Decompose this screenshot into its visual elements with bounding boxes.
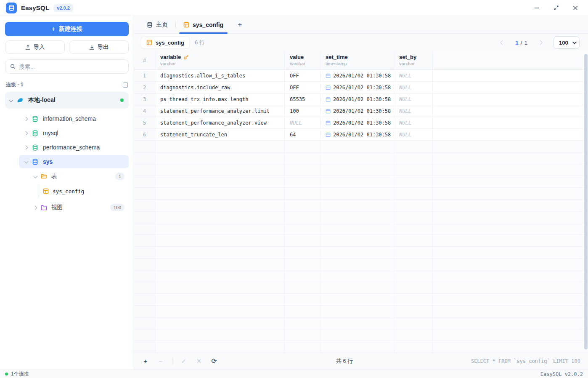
add-tab-button[interactable]: +: [233, 19, 246, 31]
cell-variable[interactable]: diagnostics.include_raw: [155, 82, 285, 93]
cell-set-by[interactable]: NULL: [394, 82, 433, 93]
plus-icon: +: [238, 21, 242, 29]
chevron-down-icon: [572, 40, 577, 44]
search-input[interactable]: [19, 64, 124, 70]
page-size-select[interactable]: 100: [554, 36, 580, 49]
refresh-button[interactable]: ⟳: [210, 357, 218, 365]
previous-page-button[interactable]: [501, 40, 505, 45]
gutter-header: #: [134, 51, 155, 69]
cell-set-by[interactable]: NULL: [394, 129, 433, 141]
cell-variable[interactable]: diagnostics.allow_i_s_tables: [155, 70, 285, 82]
sidebar-item-views-group[interactable]: 视图 100: [29, 200, 129, 215]
tab-sys-config-label: sys_config: [193, 21, 223, 28]
row-number[interactable]: 2: [134, 82, 155, 93]
delete-row-button[interactable]: −: [157, 357, 164, 365]
chevron-down-icon: [9, 98, 13, 102]
cell-set-by[interactable]: NULL: [394, 105, 433, 117]
plus-icon: +: [51, 25, 55, 33]
database-icon: [32, 144, 38, 151]
search-box[interactable]: [5, 59, 129, 74]
collapse-all-button[interactable]: [123, 83, 128, 88]
column-name: set_time: [326, 54, 348, 60]
cell-set-time[interactable]: 2026/01/02 01:30:58: [320, 105, 394, 117]
cell-set-time[interactable]: 2026/01/02 01:30:58: [320, 70, 394, 82]
chevron-down-icon: [33, 174, 37, 178]
app-title: EasySQL: [21, 4, 49, 11]
row-count-label: 6 行: [195, 39, 205, 46]
connections-count-label: 连接 · 1: [6, 81, 23, 88]
cell-variable[interactable]: ps_thread_trx_info.max_length: [155, 93, 285, 105]
database-label: sys: [43, 158, 53, 165]
row-number[interactable]: 3: [134, 93, 155, 105]
empty-row: [134, 329, 588, 341]
maximize-button[interactable]: [553, 5, 559, 11]
cell-variable[interactable]: statement_performance_analyzer.limit: [155, 105, 285, 117]
table-chip-label: sys_config: [156, 40, 184, 46]
cell-filler: [433, 70, 588, 82]
empty-row: [134, 164, 588, 176]
tab-sys-config[interactable]: sys_config: [177, 16, 229, 34]
cell-value[interactable]: NULL: [285, 117, 320, 129]
cell-set-by[interactable]: NULL: [394, 93, 433, 105]
cell-variable[interactable]: statement_performance_analyzer.view: [155, 117, 285, 129]
cell-value[interactable]: 100: [285, 105, 320, 117]
database-icon: [8, 5, 15, 11]
table-body: 1diagnostics.allow_i_s_tablesOFF2026/01/…: [134, 70, 588, 141]
next-page-button[interactable]: [538, 40, 542, 45]
column-header-value[interactable]: value varchar: [285, 51, 320, 69]
table-item-label: sys_config: [53, 188, 84, 194]
empty-row: [134, 200, 588, 211]
add-row-button[interactable]: +: [142, 357, 149, 365]
column-header-set-by[interactable]: set_by varchar: [394, 51, 433, 69]
footer-separator: [172, 358, 172, 365]
data-grid: # variable varchar value varchar: [134, 51, 588, 352]
cell-set-by[interactable]: NULL: [394, 117, 433, 129]
column-header-variable[interactable]: variable varchar: [155, 51, 285, 69]
sidebar-item-mysql[interactable]: mysql: [19, 126, 129, 140]
cell-value[interactable]: OFF: [285, 70, 320, 82]
sidebar-item-performance-schema[interactable]: performance_schema: [19, 141, 129, 154]
connection-item[interactable]: 本地-local: [5, 92, 129, 109]
cell-set-by[interactable]: NULL: [394, 70, 433, 82]
minimize-button[interactable]: [533, 5, 540, 11]
calendar-icon: [326, 85, 331, 90]
empty-rows-area: [134, 141, 588, 352]
sidebar-item-information-schema[interactable]: information_schema: [19, 112, 129, 125]
cell-variable[interactable]: statement_truncate_len: [155, 129, 285, 141]
current-page: 1: [515, 40, 519, 46]
row-number[interactable]: 4: [134, 105, 155, 117]
database-label: mysql: [43, 130, 58, 136]
cell-set-time[interactable]: 2026/01/02 01:30:58: [320, 93, 394, 105]
search-icon: [10, 64, 16, 69]
sidebar-item-sys[interactable]: sys: [19, 155, 129, 168]
cell-value[interactable]: OFF: [285, 82, 320, 93]
table-chip[interactable]: sys_config: [141, 36, 190, 49]
import-button[interactable]: 导入: [5, 40, 65, 54]
sidebar-item-sys-config-table[interactable]: sys_config: [39, 184, 129, 198]
column-header-set-time[interactable]: set_time timestamp: [320, 51, 394, 69]
main-area: 主页 sys_config + sys_co: [134, 16, 588, 370]
tab-home[interactable]: 主页: [141, 16, 174, 34]
cell-set-time[interactable]: 2026/01/02 01:30:58: [320, 117, 394, 129]
cell-set-time[interactable]: 2026/01/02 01:30:58: [320, 82, 394, 93]
commit-button[interactable]: ✓: [180, 357, 188, 365]
cell-set-time[interactable]: 2026/01/02 01:30:58: [320, 129, 394, 141]
close-button[interactable]: [572, 5, 579, 11]
upload-icon: [25, 45, 31, 50]
row-number[interactable]: 1: [134, 70, 155, 82]
sidebar-item-tables-group[interactable]: 表 1: [29, 169, 129, 184]
row-number[interactable]: 5: [134, 117, 155, 129]
vertical-scrollbar[interactable]: [584, 54, 588, 349]
database-label: performance_schema: [43, 144, 100, 151]
cell-value[interactable]: 65535: [285, 93, 320, 105]
row-number[interactable]: 6: [134, 129, 155, 141]
tab-bar: 主页 sys_config +: [134, 16, 588, 34]
table-row: 4statement_performance_analyzer.limit100…: [134, 105, 588, 117]
new-connection-button[interactable]: + 新建连接: [5, 22, 129, 36]
cell-value[interactable]: 64: [285, 129, 320, 141]
export-button[interactable]: 导出: [69, 40, 129, 54]
database-tree: information_schema mysql performance_sch…: [5, 111, 129, 216]
table-row: 2diagnostics.include_rawOFF2026/01/02 01…: [134, 82, 588, 93]
discard-button[interactable]: ✕: [195, 357, 203, 365]
folder-icon: [41, 205, 47, 210]
